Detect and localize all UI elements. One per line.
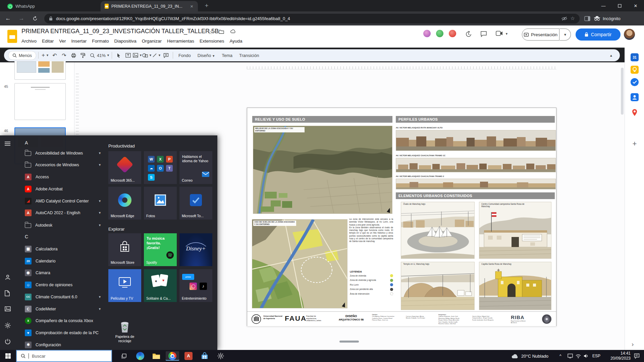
profile-panorama-3[interactable] [396,179,556,189]
profile-label-1[interactable]: AV. VICTOR MELASQUEZ-RUTA MANCHAY ALTO [396,127,442,129]
version-history-icon[interactable] [465,31,472,38]
new-tab-button[interactable]: + [203,2,211,10]
element-card-templo[interactable]: Templo en U, Manchay bajo [401,262,475,310]
add-addon-icon[interactable]: + [631,140,639,148]
slide-page[interactable]: RELIEVE Y USO DE SUELO PERFILES URBANOS … [247,108,556,326]
app-item-calendario[interactable]: 20Calendario [16,255,106,266]
select-tool-button[interactable] [114,51,123,60]
app-item-opiniones[interactable]: ☺Centro de opiniones [16,279,106,290]
relief-image[interactable]: RELIEVE DE LA ZONA ESCOGIDA Y SU ENTORNO [253,126,392,214]
pictures-icon[interactable] [5,306,11,313]
tile-disney[interactable]: Disney+ [179,233,212,266]
menu-ver[interactable]: Ver [56,38,68,45]
side-panel-icon[interactable] [584,16,590,21]
app-item-accesorios[interactable]: Accesorios de Windows▼ [16,159,106,170]
tray-expand-icon[interactable]: ^ [559,350,561,362]
app-item-climate[interactable]: CCClimate Consultant 6.0▼ [16,291,106,302]
taskbar-settings-icon[interactable] [214,351,227,361]
tile-peliculas[interactable]: Películas y TV [108,269,141,302]
present-button[interactable]: Presentación [522,28,559,41]
zoom-button[interactable] [88,51,97,60]
tasks-icon[interactable] [631,78,639,86]
insert-line-button[interactable]: ▼ [152,51,161,60]
forward-button[interactable]: → [16,13,27,24]
tray-volume-icon[interactable] [584,350,589,362]
calendar-icon[interactable]: 31 [631,53,639,61]
power-icon[interactable] [5,339,11,345]
menu-editar[interactable]: Editar [39,38,56,45]
app-item-acrobat[interactable]: AAdobe Acrobat [16,183,106,194]
redo-button[interactable]: ↷ [59,51,69,60]
profile-label-3[interactable]: AV. VICTOR MELASQUEZ CHACALTANA TRAMO 2 [396,175,444,177]
extension-icon-2[interactable] [436,30,443,37]
collapse-toolbar-icon[interactable]: ▲ [606,51,616,60]
collapse-panel-icon[interactable]: › [632,341,634,348]
slide-heading-relieve[interactable]: RELIEVE Y USO DE SUELO [252,116,392,123]
taskbar-edge-icon[interactable] [133,351,147,361]
document-title[interactable]: PRIMERA ENTREGA_11_09_23_INVESTIGACIÓN T… [21,28,219,35]
meet-camera-icon[interactable] [496,31,503,36]
back-button[interactable]: ← [3,13,13,24]
paint-format-button[interactable] [78,51,88,60]
tab-presentation[interactable]: PRIMERA ENTREGA_11_09_23_IN... × [101,1,198,11]
layout-button[interactable]: Diseño▼ [194,53,218,58]
maps-icon[interactable] [631,109,639,117]
bookmark-star-icon[interactable]: ☆ [571,15,575,21]
taskbar-explorer-icon[interactable] [150,351,163,361]
tile-edge[interactable]: Microsoft Edge [108,187,141,220]
theme-button[interactable]: Tema [218,53,236,58]
hamburger-menu-icon[interactable] [5,141,11,148]
extension-icon-3[interactable] [449,30,456,37]
zone-description-text[interactable]: La zona de intervención está cercano a l… [349,218,393,269]
transition-button[interactable]: Transición [236,53,262,58]
menu-archivo[interactable]: Archivo [19,38,39,45]
tile-entretenimiento[interactable]: prime ♪ Entretenimiento [179,269,212,302]
menu-insertar[interactable]: Insertar [69,38,90,45]
tab-whatsapp[interactable]: WhatsApp [3,1,99,11]
menu-ayuda[interactable]: Ayuda [227,38,245,45]
maximize-window-button[interactable] [612,0,627,11]
app-item-camara[interactable]: ◉Cámara [16,267,106,278]
new-slide-button[interactable]: +▼ [41,51,50,60]
menu-formato[interactable]: Formato [89,38,111,45]
slide-heading-elementos[interactable]: ELEMENTOS URBANOS CONSTRUIDOS [396,192,555,199]
tray-network-icon[interactable] [576,350,581,362]
present-dropdown[interactable]: ▼ [560,28,571,41]
legend-list[interactable]: Zona de vivienda Zona de vivienda y agrí… [350,274,393,295]
minimize-window-button[interactable]: — [596,0,611,11]
tile-solitaire[interactable]: ♠ ♥ Solitaire & Ca... [144,269,177,302]
taskbar-store-icon[interactable] [198,351,211,361]
tray-language[interactable]: ESP [592,350,600,362]
app-item-autocad[interactable]: AAutoCAD 2022 - English▼ [16,207,106,218]
comments-icon[interactable] [480,31,487,37]
menus-search-button[interactable]: Menús [8,51,36,60]
taskbar-clock[interactable]: 14:41 20/09/2023 [606,350,631,362]
zoom-level-select[interactable]: 41%▼ [97,51,110,60]
menu-herramientas[interactable]: Herramientas [164,38,197,45]
tray-display-icon[interactable] [568,350,573,362]
url-bar[interactable]: docs.google.com/presentation/d/12RK0_Yrq… [44,14,580,23]
start-button[interactable] [1,351,15,361]
vertical-scrollbar[interactable] [621,68,624,115]
section-header-a[interactable]: A [25,138,34,147]
close-tab-icon[interactable]: × [190,3,194,9]
share-button[interactable]: Compartir [576,28,621,41]
eye-blocked-icon[interactable] [561,16,567,21]
tile-microsoft-365[interactable]: Microsoft 365... [108,151,141,184]
profile-panorama-2[interactable] [396,158,556,172]
taskbar-weather[interactable]: 20°C Nublado [511,350,548,362]
tile-todo[interactable]: Microsoft To... [179,187,212,220]
element-card-centro[interactable]: Centro Comunidad campesina Santa Rosa de… [479,202,551,259]
extension-icon-1[interactable] [423,30,431,37]
tile-fotos[interactable]: Fotos [144,187,177,220]
slide-thumbnail-45[interactable] [14,83,66,120]
app-item-amd[interactable]: ◢AMD Catalyst Control Center▼ [16,195,106,206]
menu-organizar[interactable]: Organizar [139,38,164,45]
reload-button[interactable] [30,13,40,24]
app-item-autodesk[interactable]: Autodesk▼ [16,220,106,231]
tile-correo[interactable]: Hablamos el idioma de Yahoo Correo [179,151,212,184]
insert-comment-button[interactable] [161,51,171,60]
meet-caret-icon[interactable]: ▼ [505,32,508,36]
app-item-calculadora[interactable]: ▦Calculadora [16,243,106,254]
app-item-configuracion[interactable]: ✱Configuración [16,339,106,350]
